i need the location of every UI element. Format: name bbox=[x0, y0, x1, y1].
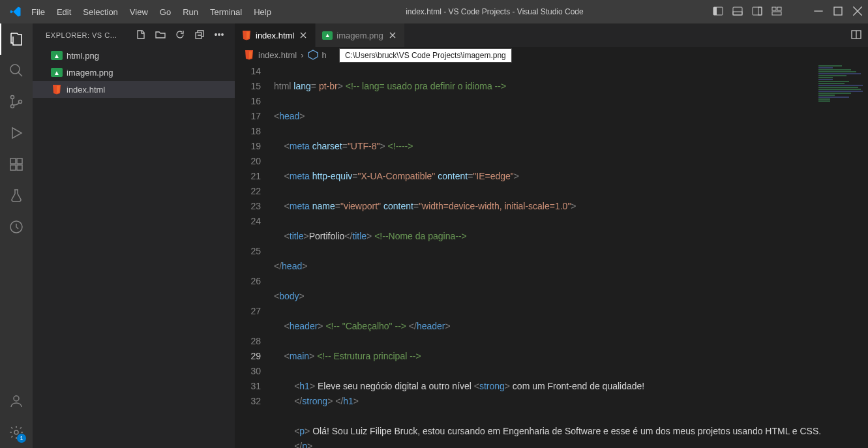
activity-search[interactable] bbox=[0, 55, 33, 86]
breadcrumb-symbol: h bbox=[322, 50, 327, 60]
svg-point-15 bbox=[11, 96, 14, 99]
breadcrumb-file: index.html bbox=[258, 50, 297, 60]
tab-close-icon[interactable] bbox=[298, 30, 308, 40]
svg-point-28 bbox=[222, 34, 224, 36]
explorer-header: EXPLORER: VS C... bbox=[33, 23, 235, 47]
minimize-icon[interactable] bbox=[813, 6, 824, 18]
maximize-icon[interactable] bbox=[833, 6, 843, 18]
svg-rect-6 bbox=[772, 7, 776, 10]
file-imagem-png[interactable]: ▲ imagem.png bbox=[33, 64, 235, 81]
activity-extensions[interactable] bbox=[0, 149, 33, 180]
html-file-icon bbox=[244, 50, 254, 60]
file-label: imagem.png bbox=[67, 68, 113, 78]
editor-body[interactable]: 1415161718192021222324 25 26 27 28293031… bbox=[235, 63, 868, 448]
svg-rect-2 bbox=[733, 7, 742, 15]
close-icon[interactable] bbox=[852, 6, 863, 18]
svg-point-26 bbox=[215, 34, 217, 36]
tab-index-html[interactable]: index.html bbox=[235, 23, 316, 47]
split-editor-icon[interactable] bbox=[851, 29, 861, 42]
svg-rect-5 bbox=[758, 7, 762, 15]
layout-customize-icon[interactable] bbox=[771, 6, 782, 18]
layout-panel-icon[interactable] bbox=[732, 6, 743, 18]
svg-rect-4 bbox=[753, 7, 762, 15]
symbol-icon bbox=[308, 50, 318, 60]
menu-selection[interactable]: Selection bbox=[78, 5, 123, 20]
svg-rect-10 bbox=[834, 7, 842, 15]
more-icon[interactable] bbox=[214, 29, 224, 41]
image-file-icon: ▲ bbox=[51, 51, 63, 60]
menu-help[interactable]: Help bbox=[248, 5, 277, 20]
editor-tabs: index.html ▲ imagem.png bbox=[235, 23, 868, 47]
breadcrumb[interactable]: index.html › h C:\Users\bruck\VS Code Pr… bbox=[235, 47, 868, 63]
hover-tooltip: C:\Users\bruck\VS Code Projects\imagem.p… bbox=[339, 48, 512, 63]
menu-edit[interactable]: Edit bbox=[52, 5, 76, 20]
tab-imagem-png[interactable]: ▲ imagem.png bbox=[316, 23, 405, 47]
activity-bar: 1 bbox=[0, 23, 33, 448]
file-tree: ▲ html.png ▲ imagem.png index.html bbox=[33, 47, 235, 98]
refresh-icon[interactable] bbox=[175, 29, 185, 41]
menu-file[interactable]: File bbox=[26, 5, 50, 20]
layout-sidebar-left-icon[interactable] bbox=[713, 6, 723, 18]
menu-terminal[interactable]: Terminal bbox=[205, 5, 247, 20]
svg-rect-19 bbox=[10, 165, 16, 170]
svg-rect-18 bbox=[10, 158, 16, 164]
activity-testing[interactable] bbox=[0, 180, 33, 211]
menu-go[interactable]: Go bbox=[155, 5, 176, 20]
activity-explorer[interactable] bbox=[0, 23, 33, 55]
new-folder-icon[interactable] bbox=[155, 29, 166, 41]
main-area: 1 EXPLORER: VS C... ▲ html.png ▲ imagem.… bbox=[0, 23, 868, 448]
svg-rect-20 bbox=[17, 165, 22, 170]
svg-point-16 bbox=[11, 105, 14, 108]
explorer-sidebar: EXPLORER: VS C... ▲ html.png ▲ imagem.pn… bbox=[33, 23, 235, 448]
title-bar: File Edit Selection View Go Run Terminal… bbox=[0, 0, 868, 23]
html-file-icon bbox=[51, 85, 63, 94]
title-controls bbox=[713, 6, 863, 18]
svg-rect-3 bbox=[733, 12, 742, 15]
menu-bar: File Edit Selection View Go Run Terminal… bbox=[26, 5, 277, 20]
file-label: html.png bbox=[67, 51, 99, 61]
file-html-png[interactable]: ▲ html.png bbox=[33, 47, 235, 64]
line-numbers: 1415161718192021222324 25 26 27 28293031… bbox=[235, 63, 274, 448]
activity-source-control[interactable] bbox=[0, 86, 33, 117]
activity-settings[interactable]: 1 bbox=[0, 417, 33, 448]
vscode-logo bbox=[5, 6, 26, 18]
tab-label: index.html bbox=[256, 31, 294, 40]
minimap[interactable] bbox=[816, 63, 868, 180]
svg-point-13 bbox=[10, 65, 20, 74]
tab-close-icon[interactable] bbox=[387, 30, 398, 40]
menu-view[interactable]: View bbox=[125, 5, 153, 20]
svg-rect-21 bbox=[17, 158, 22, 164]
svg-point-23 bbox=[14, 396, 19, 401]
tab-label: imagem.png bbox=[337, 31, 383, 40]
explorer-title: EXPLORER: VS C... bbox=[46, 31, 117, 39]
layout-sidebar-right-icon[interactable] bbox=[752, 6, 762, 18]
image-file-icon: ▲ bbox=[51, 68, 63, 77]
activity-run-debug[interactable] bbox=[0, 117, 33, 149]
editor-area: index.html ▲ imagem.png index.html › h C… bbox=[235, 23, 868, 448]
file-label: index.html bbox=[67, 85, 105, 95]
collapse-all-icon[interactable] bbox=[194, 29, 205, 41]
svg-point-27 bbox=[218, 34, 220, 36]
window-title: index.html - VS Code Projects - Visual S… bbox=[277, 7, 713, 16]
settings-badge: 1 bbox=[17, 434, 26, 443]
file-index-html[interactable]: index.html bbox=[33, 81, 235, 98]
activity-account[interactable] bbox=[0, 385, 33, 417]
activity-timeline[interactable] bbox=[0, 211, 33, 243]
svg-rect-8 bbox=[772, 12, 781, 15]
svg-rect-7 bbox=[777, 7, 781, 10]
image-file-icon: ▲ bbox=[322, 30, 333, 40]
svg-point-24 bbox=[14, 430, 18, 434]
svg-rect-1 bbox=[713, 7, 717, 15]
chevron-right-icon: › bbox=[301, 50, 303, 60]
new-file-icon[interactable] bbox=[136, 29, 146, 41]
svg-line-14 bbox=[18, 72, 22, 76]
html-file-icon bbox=[241, 30, 252, 40]
code-content[interactable]: html lang= pt-br> <!-- lang= usado pra d… bbox=[274, 63, 868, 448]
menu-run[interactable]: Run bbox=[177, 5, 203, 20]
